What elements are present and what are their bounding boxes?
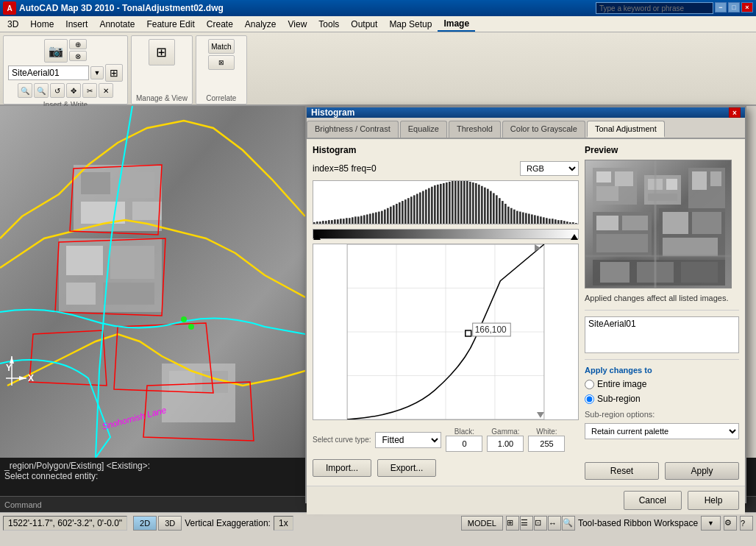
btn-match[interactable]: Match [208, 39, 235, 54]
gamma-value-input[interactable] [487, 436, 524, 452]
svg-rect-65 [419, 192, 421, 224]
curve-area[interactable]: 166,100 [313, 244, 579, 420]
status-icon-4[interactable]: ↔ [548, 516, 561, 531]
menu-annotate[interactable]: Annotate [93, 18, 140, 31]
image-dropdown[interactable] [8, 65, 89, 80]
radio-entire-image[interactable]: Entire image [585, 379, 739, 389]
histogram-bars [313, 180, 579, 224]
tab-equalize[interactable]: Equalize [400, 121, 447, 138]
ribbon-btn-insert-small[interactable]: ⊕ [69, 39, 87, 49]
tab-brightness-contrast[interactable]: Brightness / Contrast [307, 121, 399, 138]
ribbon-btn-insert[interactable]: 📷 [44, 39, 68, 63]
menu-home[interactable]: Home [24, 18, 60, 31]
svg-rect-7 [59, 238, 162, 312]
image-dropdown-btn[interactable]: ▼ [90, 66, 104, 79]
radio-entire-image-input[interactable] [585, 380, 594, 389]
tab-color-to-grayscale[interactable]: Color to Grayscale [502, 121, 585, 138]
svg-rect-90 [493, 193, 495, 224]
ribbon-btn-insert-small2[interactable]: ⊗ [69, 51, 87, 61]
btn-rubber-sheet[interactable]: ⊠ [208, 55, 235, 70]
menu-feature-edit[interactable]: Feature Edit [140, 18, 200, 31]
menu-image[interactable]: Image [438, 17, 475, 32]
reset-button[interactable]: Reset [585, 462, 659, 480]
maximize-button[interactable]: □ [728, 2, 740, 13]
svg-rect-43 [354, 216, 357, 224]
svg-rect-59 [402, 201, 404, 224]
status-icon-2[interactable]: ☰ [520, 516, 533, 531]
minimize-button[interactable]: − [715, 2, 727, 13]
tab-threshold[interactable]: Threshold [449, 121, 501, 138]
help-icon[interactable]: ? [740, 516, 753, 531]
apply-button[interactable]: Apply [665, 462, 739, 480]
svg-text:X: X [28, 373, 34, 383]
radio-sub-region-input[interactable] [585, 394, 594, 404]
close-button[interactable]: × [741, 2, 753, 13]
status-icon-1[interactable]: ⊞ [506, 516, 519, 531]
svg-rect-99 [519, 212, 521, 224]
menu-insert[interactable]: Insert [60, 18, 93, 31]
status-icon-5[interactable]: 🔍 [562, 516, 575, 531]
menu-output[interactable]: Output [345, 18, 383, 31]
settings-icon[interactable]: ⚙ [724, 516, 737, 531]
workspace-dropdown-btn[interactable]: ▼ [701, 516, 721, 531]
histogram-index-freq: index=85 freq=0 [313, 163, 377, 174]
curve-type-select[interactable]: Fitted Spline Linear [375, 432, 441, 448]
btn-zoom[interactable]: 🔍 [18, 83, 32, 98]
svg-rect-94 [504, 204, 507, 224]
view-2d-button[interactable]: 2D [133, 516, 157, 531]
svg-rect-42 [352, 217, 354, 224]
dialog-close-button[interactable]: × [729, 107, 741, 118]
image-list-box[interactable]: SiteAerial01 [585, 316, 739, 353]
ribbon-btn-more[interactable]: ⊞ [105, 64, 123, 82]
svg-rect-67 [425, 190, 427, 224]
menu-tools[interactable]: Tools [313, 18, 345, 31]
svg-rect-5 [81, 202, 125, 224]
tab-tonal-adjustment[interactable]: Tonal Adjustment [587, 121, 665, 138]
ribbon-btn-manage[interactable]: ⊞ [149, 39, 175, 65]
menu-map-setup[interactable]: Map Setup [383, 18, 438, 31]
status-icon-3[interactable]: ⊡ [534, 516, 547, 531]
menu-create[interactable]: Create [201, 18, 239, 31]
btn-rotate[interactable]: ↺ [50, 83, 65, 98]
svg-rect-56 [393, 205, 395, 224]
keyword-search[interactable] [596, 2, 713, 14]
ribbon-group-manage-view: ⊞ Manage & View [131, 35, 193, 104]
btn-delete[interactable]: ✕ [99, 83, 113, 98]
map-area[interactable]: Snohomish Lane Y X [0, 106, 305, 458]
black-value-input[interactable] [446, 436, 482, 452]
svg-rect-47 [366, 214, 368, 224]
btn-move[interactable]: ✥ [66, 83, 81, 98]
help-button[interactable]: Help [688, 491, 739, 510]
svg-rect-126 [466, 330, 471, 336]
ve-value: 1x [274, 516, 293, 531]
dialog-tabs: Brightness / Contrast Equalize Threshold… [307, 118, 745, 139]
menu-analyze[interactable]: Analyze [239, 18, 282, 31]
view-3d-button[interactable]: 3D [158, 516, 182, 531]
cancel-button[interactable]: Cancel [624, 491, 682, 510]
subregion-select[interactable]: Retain current palette Blend edges Overw… [585, 423, 739, 439]
white-slider[interactable] [571, 234, 578, 240]
svg-rect-112 [557, 220, 560, 224]
model-button[interactable]: MODEL [461, 516, 503, 531]
btn-zoom2[interactable]: 🔍 [34, 83, 49, 98]
export-button[interactable]: Export... [377, 459, 436, 477]
menu-view[interactable]: View [282, 18, 313, 31]
radio-sub-region[interactable]: Sub-region [585, 394, 739, 404]
svg-rect-9 [110, 246, 154, 279]
main-area: Snohomish Lane Y X Histogram × Brightnes… [0, 106, 756, 458]
gradient-bar[interactable] [313, 229, 579, 239]
btn-clip[interactable]: ✂ [82, 83, 97, 98]
gamma-label: Gamma: [491, 428, 519, 436]
svg-rect-32 [322, 221, 324, 224]
preview-image [585, 160, 732, 288]
dialog-title: Histogram [311, 107, 354, 118]
white-value-input[interactable] [528, 436, 565, 452]
black-slider[interactable] [313, 234, 321, 240]
svg-rect-11 [103, 283, 154, 305]
import-button[interactable]: Import... [313, 459, 371, 477]
rgb-channel-select[interactable]: RGB Red Green Blue [520, 161, 579, 176]
menu-3d[interactable]: 3D [1, 18, 24, 31]
svg-rect-48 [369, 213, 371, 224]
svg-rect-60 [404, 199, 407, 224]
svg-rect-81 [466, 181, 468, 224]
